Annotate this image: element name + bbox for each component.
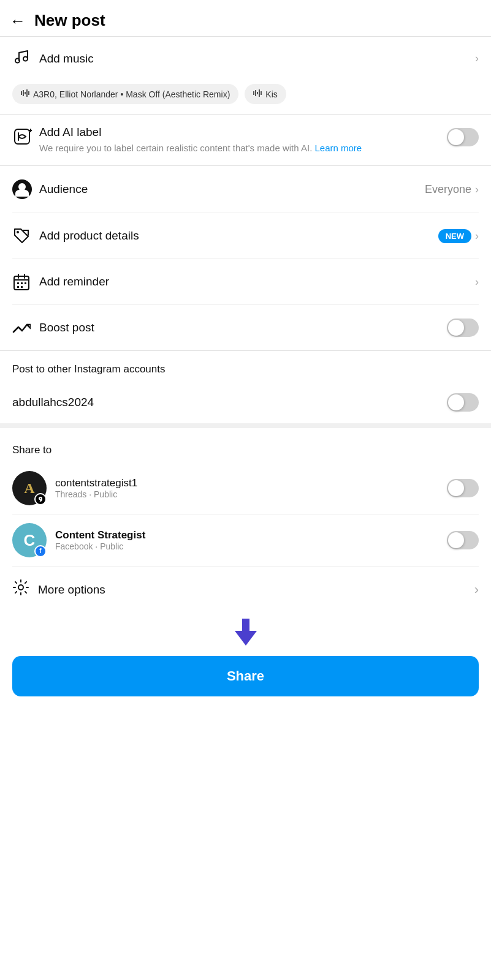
back-button[interactable]: ← [10,13,26,29]
gear-icon [12,579,29,600]
ai-label-row: Add AI label We require you to label cer… [0,115,491,165]
svg-rect-5 [26,89,28,97]
svg-rect-19 [21,286,23,288]
music-chip-1[interactable]: A3R0, Elliot Norlander • Mask Off (Aesth… [12,84,238,104]
reminder-right: › [475,276,479,288]
reminder-label: Add reminder [39,275,475,288]
product-right: NEW › [438,229,479,243]
cross-post-account-name: abdullahcs2024 [12,396,447,409]
product-details-row[interactable]: Add product details NEW › [0,213,491,258]
svg-rect-9 [257,92,258,94]
svg-rect-17 [25,282,26,284]
svg-rect-18 [17,286,19,288]
threads-avatar-wrap: A [12,471,47,505]
music-chip-text-2: Kis [265,89,277,99]
share-account-facebook: C f Content Strategist Facebook · Public [0,514,491,566]
music-chip-text-1: A3R0, Elliot Norlander • Mask Off (Aesth… [33,89,230,99]
more-options-label: More options [38,583,466,597]
more-options-row[interactable]: More options › [0,567,491,612]
boost-post-row: Boost post [0,305,491,350]
svg-rect-8 [255,90,256,96]
svg-rect-2 [21,91,22,95]
ai-label-title: Add AI label [39,126,447,139]
audience-row[interactable]: Audience Everyone › [0,166,491,213]
ai-icon [12,126,39,151]
facebook-account-sub: Facebook · Public [55,541,438,551]
svg-rect-16 [21,282,23,284]
facebook-badge-inner: f [36,546,45,556]
audience-label: Audience [39,183,425,196]
cross-post-section-header: Post to other Instagram accounts [0,351,491,382]
threads-account-sub: Threads · Public [55,489,438,499]
threads-toggle[interactable] [447,479,479,497]
music-chevron: › [475,52,479,65]
svg-rect-7 [253,91,254,95]
learn-more-link[interactable]: Learn more [314,143,362,153]
cross-post-toggle[interactable] [447,393,479,412]
facebook-account-name: Content Strategist [55,529,438,541]
facebook-badge: f [34,545,47,557]
share-button[interactable]: Share [12,656,479,696]
threads-account-info: contentstrategist1 Threads · Public [55,477,438,499]
facebook-toggle[interactable] [447,531,479,549]
ai-label-toggle[interactable] [447,128,479,146]
svg-rect-6 [28,91,29,95]
svg-point-13 [17,231,19,233]
product-details-label: Add product details [39,229,438,243]
facebook-avatar-wrap: C f [12,523,47,557]
svg-rect-3 [23,90,24,96]
share-to-title: Share to [0,433,491,462]
svg-marker-22 [235,619,257,646]
add-music-row[interactable]: Add music › [0,37,491,80]
new-badge: NEW [438,229,471,243]
music-chips: A3R0, Elliot Norlander • Mask Off (Aesth… [0,80,491,114]
page-title: New post [34,11,105,30]
audience-icon [12,179,32,199]
svg-rect-11 [261,91,262,95]
reminder-row[interactable]: Add reminder › [0,259,491,304]
ai-label-subtitle: We require you to label certain realisti… [39,141,447,154]
audience-chevron: › [475,183,479,196]
audience-right: Everyone › [425,183,479,196]
share-button-area: Share [0,612,491,709]
audience-value: Everyone [425,183,471,196]
reminder-chevron: › [475,276,479,288]
reminder-icon [12,273,39,291]
svg-rect-12 [15,129,29,144]
product-chevron: › [475,230,479,243]
down-arrow-icon [235,619,257,651]
svg-point-20 [40,498,41,499]
product-icon [12,227,39,245]
boost-icon [12,320,39,336]
header: ← New post [0,0,491,36]
share-section: Share to A contentstrategist1 Threads · … [0,423,491,612]
svg-rect-4 [25,92,26,94]
svg-point-1 [23,57,28,61]
svg-rect-15 [17,282,19,284]
threads-badge-inner [36,494,45,504]
cross-post-account-row: abdullahcs2024 [0,382,491,423]
music-icon [12,48,39,69]
facebook-account-info: Content Strategist Facebook · Public [55,529,438,551]
boost-post-toggle[interactable] [447,318,479,337]
ai-label-toggle-wrap [447,126,479,146]
waveform-icon-2 [253,89,262,99]
waveform-icon-1 [21,89,29,99]
svg-point-21 [18,585,23,590]
boost-post-label: Boost post [39,321,447,334]
threads-account-name: contentstrategist1 [55,477,438,489]
threads-badge [34,493,47,505]
more-options-chevron: › [474,582,479,598]
add-music-label: Add music [39,52,475,66]
audience-icon-wrap [12,179,39,199]
svg-rect-10 [259,89,260,97]
music-chip-2[interactable]: Kis [245,84,286,104]
ai-label-content: Add AI label We require you to label cer… [39,126,447,154]
share-account-threads: A contentstrategist1 Threads · Public [0,462,491,514]
